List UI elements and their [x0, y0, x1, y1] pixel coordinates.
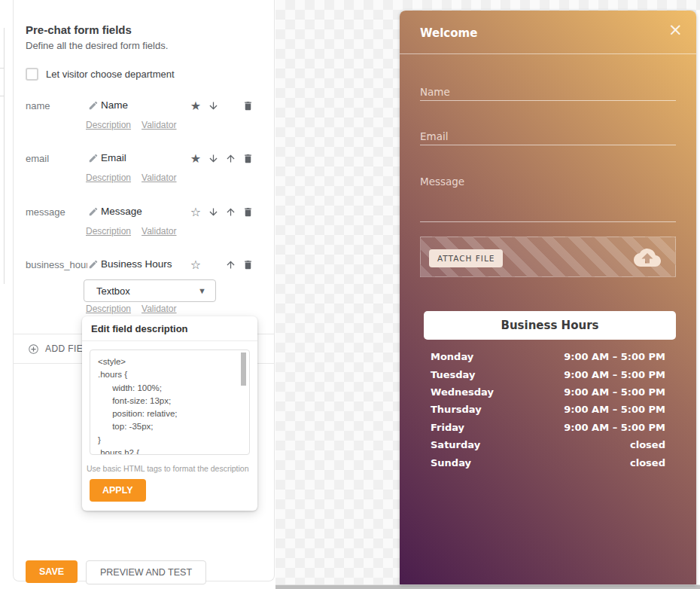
- optional-star-icon[interactable]: ☆: [187, 258, 204, 273]
- left-edge-divider: [4, 28, 5, 284]
- hours-row: Sundayclosed: [431, 453, 665, 471]
- validator-link[interactable]: Validator: [142, 226, 176, 237]
- required-star-icon[interactable]: ★: [187, 151, 204, 166]
- validator-link[interactable]: Validator: [142, 120, 176, 130]
- attach-file-button[interactable]: ATTACH FILE: [429, 249, 503, 267]
- textarea-scrollbar-thumb[interactable]: [241, 352, 246, 386]
- left-edge-tick: [0, 68, 5, 69]
- field-key: message: [26, 206, 65, 218]
- name-input-label: Name: [420, 86, 450, 98]
- field-key: name: [26, 100, 50, 111]
- hours-row: Saturdayclosed: [431, 436, 665, 453]
- delete-icon[interactable]: [239, 151, 256, 166]
- right-gutter: [696, 11, 700, 589]
- page-subtitle: Define all the desired form fields.: [26, 40, 168, 51]
- description-code-textarea[interactable]: <style> .hours { width: 100%; font-size:…: [90, 349, 250, 455]
- popup-title: Edit field description: [82, 316, 257, 341]
- email-input-label: Email: [420, 130, 448, 142]
- plus-circle-icon: [28, 343, 39, 355]
- description-link[interactable]: Description: [86, 172, 131, 183]
- edit-pencil-icon[interactable]: [88, 100, 99, 111]
- chevron-down-icon: ▼: [198, 286, 206, 295]
- checkbox-unchecked[interactable]: [26, 68, 38, 81]
- preview-and-test-button[interactable]: PREVIEW AND TEST: [86, 560, 206, 584]
- header-divider: [400, 53, 696, 54]
- hours-row: Tuesday9:00 AM – 5:00 PM: [431, 365, 665, 383]
- move-down-icon[interactable]: [205, 205, 221, 220]
- name-input[interactable]: Name: [420, 84, 676, 101]
- business-hours-table: Monday9:00 AM – 5:00 PM Tuesday9:00 AM –…: [431, 348, 665, 472]
- department-checkbox-row[interactable]: Let visitor choose department: [26, 68, 175, 81]
- move-up-icon[interactable]: [222, 258, 239, 273]
- validator-link[interactable]: Validator: [142, 172, 176, 183]
- field-label: Business Hours: [101, 258, 172, 270]
- delete-icon[interactable]: [239, 99, 256, 114]
- field-row-name: name Name ★ DescriptionValidator: [14, 99, 275, 114]
- close-icon[interactable]: ×: [668, 20, 683, 39]
- message-input-label: Message: [420, 175, 464, 188]
- hours-row: Thursday9:00 AM – 5:00 PM: [431, 401, 665, 418]
- business-hours-title: Business Hours: [501, 319, 599, 332]
- attach-file-dropzone[interactable]: ATTACH FILE: [420, 237, 676, 277]
- field-label: Message: [101, 206, 142, 217]
- email-input[interactable]: Email: [420, 129, 676, 145]
- popup-hint: Use basic HTML tags to format the descri…: [82, 458, 257, 473]
- move-down-icon[interactable]: [205, 99, 221, 114]
- prechat-form-panel: Pre-chat form fields Define all the desi…: [13, 0, 275, 581]
- description-link[interactable]: Description: [86, 304, 131, 314]
- move-up-icon[interactable]: [222, 151, 239, 166]
- validator-link[interactable]: Validator: [142, 304, 176, 314]
- hours-row: Wednesday9:00 AM – 5:00 PM: [431, 383, 665, 401]
- business-hours-card: Business Hours: [424, 311, 676, 340]
- field-type-select[interactable]: Textbox ▼: [84, 279, 216, 302]
- field-row-email: email Email ★ DescriptionValidator: [14, 151, 275, 166]
- field-type-value: Textbox: [96, 285, 198, 297]
- edit-pencil-icon[interactable]: [88, 153, 99, 163]
- save-button[interactable]: SAVE: [26, 560, 78, 583]
- apply-button[interactable]: APPLY: [90, 479, 146, 502]
- required-star-icon[interactable]: ★: [187, 99, 204, 114]
- field-row-business-hour: business_hour Business Hours ☆: [14, 258, 275, 273]
- chat-widget-preview: Welcome × Name Email Message ATTACH FILE…: [400, 11, 696, 584]
- page-title: Pre-chat form fields: [26, 23, 132, 36]
- message-input[interactable]: Message: [420, 174, 676, 222]
- edit-pencil-icon[interactable]: [88, 206, 99, 217]
- horizontal-scrollbar[interactable]: [275, 584, 700, 589]
- edit-pencil-icon[interactable]: [88, 259, 99, 270]
- description-link[interactable]: Description: [86, 226, 131, 237]
- field-label: Email: [101, 152, 126, 163]
- page: Pre-chat form fields Define all the desi…: [0, 0, 700, 589]
- field-row-message: message Message ☆ DescriptionValidator: [14, 205, 275, 220]
- checkbox-label: Let visitor choose department: [46, 69, 175, 80]
- left-edge-tick: [0, 96, 5, 96]
- hours-row: Monday9:00 AM – 5:00 PM: [431, 348, 665, 365]
- move-down-icon[interactable]: [205, 151, 221, 166]
- edit-description-popup: Edit field description <style> .hours { …: [82, 316, 257, 511]
- widget-title: Welcome: [420, 26, 477, 40]
- hours-row: Friday9:00 AM – 5:00 PM: [431, 419, 665, 436]
- field-label: Name: [101, 99, 128, 111]
- field-key: email: [26, 153, 49, 164]
- optional-star-icon[interactable]: ☆: [187, 205, 204, 220]
- delete-icon[interactable]: [239, 258, 256, 273]
- description-link[interactable]: Description: [86, 120, 131, 130]
- delete-icon[interactable]: [239, 205, 256, 220]
- cloud-upload-icon: [632, 244, 662, 271]
- move-up-icon[interactable]: [222, 205, 239, 220]
- field-key: business_hour: [26, 259, 87, 270]
